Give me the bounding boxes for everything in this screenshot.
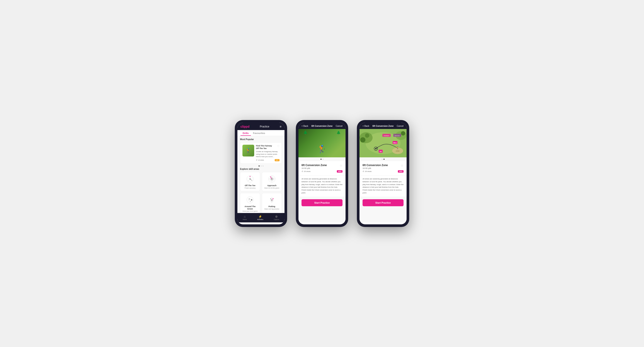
skill-card-approach[interactable]: Approach Dial-in to hit the green: [262, 172, 282, 191]
dot-2: [260, 165, 262, 167]
img-dot-3-2: [384, 159, 384, 160]
phone-3: < Back 6ft Conversion Zone Cancel: [357, 120, 409, 227]
screen-title-3: 6ft Conversion Zone: [372, 125, 394, 127]
image-carousel-dots: [298, 157, 346, 161]
detail-shots: ⏱ 20 shots: [302, 170, 310, 172]
home-indicator-2: [316, 223, 328, 224]
drill-description: Create an imaginary fairway using trees …: [256, 150, 280, 158]
nav-home[interactable]: ⌂ Home: [243, 215, 247, 220]
favourite-star-icon-3[interactable]: ☆: [401, 164, 404, 167]
drill-range: 10-50 yds: [302, 167, 327, 169]
drill-description-text: 20 shots are randomly generated at dista…: [298, 175, 346, 197]
detail-badge-3: ARG: [398, 170, 404, 173]
svg-text:Hit: Hit: [380, 151, 382, 152]
menu-icon[interactable]: ≡: [280, 125, 282, 128]
tab-drills[interactable]: Drills: [240, 130, 251, 136]
drill-detail-title-3: 6ft Conversion Zone: [362, 164, 388, 167]
nav-capture[interactable]: ⊕ Capture: [274, 215, 279, 220]
phone-2: < Back 6ft Conversion Zone Cancel 🏌️ 🌲 🌲: [296, 120, 348, 227]
drill-photo: 🏌️ 🌲 🌲: [298, 129, 346, 157]
phone2-header: < Back 6ft Conversion Zone Cancel: [298, 123, 346, 129]
detail-shots-row-3: ⏱ 20 shots ARG: [362, 170, 404, 173]
svg-text:SAND: SAND: [396, 150, 400, 152]
skill-desc-putting: Make and lag practice: [264, 208, 280, 210]
detail-shots-3: ⏱ 20 shots: [362, 170, 372, 172]
skill-name-approach: Approach: [264, 184, 280, 187]
header-title: Practice: [260, 125, 269, 128]
detail-info-section: 6ft Conversion Zone 10-50 yds ☆ ⏱ 20 sho…: [298, 161, 346, 175]
svg-point-45: [375, 148, 376, 149]
dot-3: [262, 165, 264, 167]
svg-text:FAIRWAY: FAIRWAY: [384, 135, 389, 136]
tab-favourites[interactable]: Favourites: [251, 130, 268, 136]
home-icon: ⌂: [244, 215, 246, 218]
detail-shots-row: ⏱ 20 shots ARG: [302, 170, 342, 173]
drill-description-text-3: 20 shots are randomly generated at dista…: [360, 175, 406, 197]
bottom-nav: ⌂ Home ⚡ Activities ⊕ Capture: [238, 213, 284, 222]
atg-icon: [242, 195, 258, 204]
main-content: Most Popular 🏌️ Find The Fairway Off The…: [238, 136, 284, 213]
svg-point-31: [360, 137, 366, 143]
drill-detail-content-3: Miss Hit FAIRWAY ROUGH SAND 🏌️: [360, 129, 406, 222]
start-practice-button-3[interactable]: Start Practice: [362, 199, 404, 206]
drill-detail-content: 🏌️ 🌲 🌲 6ft Conversion Zone 10-50 yds: [298, 129, 346, 222]
skill-desc-off-tee: Power accuracy: [242, 187, 258, 189]
cancel-button[interactable]: Cancel: [336, 125, 342, 127]
favourite-star-icon[interactable]: ☆: [340, 164, 342, 167]
dot-1: [258, 165, 260, 167]
skill-card-atg[interactable]: Around The Green Hone your short game: [240, 193, 260, 213]
featured-drill-card[interactable]: 🏌️ Find The Fairway Off The Tee Create a…: [240, 142, 282, 164]
skill-desc-approach: Dial-in to hit the green: [264, 187, 280, 189]
tree-left: 🌲: [303, 131, 308, 135]
skill-name-atg: Around The Green: [242, 205, 258, 210]
carousel-dots: [240, 165, 282, 167]
explore-label: Explore skill areas: [240, 168, 282, 170]
back-button-3[interactable]: < Back: [362, 125, 369, 127]
detail-info-section-3: 6ft Conversion Zone 10-50 yds ☆ ⏱ 20 sho…: [360, 161, 406, 175]
golfer-silhouette: 🏌️: [246, 148, 251, 153]
nav-activities[interactable]: ⚡ Activities: [257, 215, 263, 220]
cancel-button-3[interactable]: Cancel: [397, 125, 404, 127]
capture-icon: ⊕: [275, 215, 278, 218]
svg-point-12: [270, 177, 271, 177]
svg-point-4: [250, 179, 250, 179]
skill-card-off-tee[interactable]: Off The Tee Power accuracy: [240, 172, 260, 191]
detail-badge: ARG: [337, 170, 342, 173]
home-indicator-3: [376, 223, 390, 224]
app-logo: clippd: [240, 125, 250, 128]
image-carousel-dots-3: [360, 157, 406, 161]
putting-icon: [264, 195, 280, 204]
home-indicator: [254, 223, 268, 224]
tabs-bar: Drills Favourites: [238, 130, 284, 136]
start-practice-button[interactable]: Start Practice: [302, 199, 342, 206]
tree-right: 🌲: [336, 131, 341, 135]
clock-icon-detail-3: ⏱: [362, 170, 364, 172]
phones-container: clippd Practice ≡ Drills Favourites Most…: [235, 120, 409, 227]
golf-map-illustration: Miss Hit FAIRWAY ROUGH SAND 🏌️: [360, 129, 406, 157]
img-dot-3-1: [382, 159, 382, 160]
skill-card-putting[interactable]: Putting Make and lag practice: [262, 193, 282, 213]
back-button[interactable]: < Back: [302, 125, 308, 127]
drill-name: Find The Fairway Off The Tee: [256, 145, 280, 150]
svg-text:🏌️: 🏌️: [396, 146, 400, 149]
phone1-header: clippd Practice ≡: [238, 123, 284, 130]
svg-point-32: [365, 133, 369, 138]
drill-detail-title: 6ft Conversion Zone: [302, 164, 327, 167]
img-dot-1: [320, 159, 322, 160]
favourite-icon[interactable]: ♡: [277, 145, 280, 148]
clock-icon-detail: ⏱: [302, 170, 303, 172]
nav-home-label: Home: [243, 219, 247, 220]
svg-point-33: [401, 131, 405, 136]
approach-icon: [264, 174, 280, 184]
drill-shots: ⏱ 10 shots: [256, 159, 264, 161]
drill-meta: ⏱ 10 shots OTT: [256, 159, 280, 161]
most-popular-label: Most Popular: [240, 138, 282, 141]
off-tee-icon: [242, 174, 258, 184]
nav-capture-label: Capture: [274, 219, 279, 220]
category-badge: OTT: [275, 159, 280, 161]
svg-text:Miss: Miss: [393, 142, 397, 144]
drill-info: Find The Fairway Off The Tee Create an i…: [256, 145, 280, 161]
skill-grid: Off The Tee Power accuracy: [240, 172, 282, 213]
nav-activities-label: Activities: [257, 219, 263, 220]
screen-title: 6ft Conversion Zone: [312, 125, 333, 127]
